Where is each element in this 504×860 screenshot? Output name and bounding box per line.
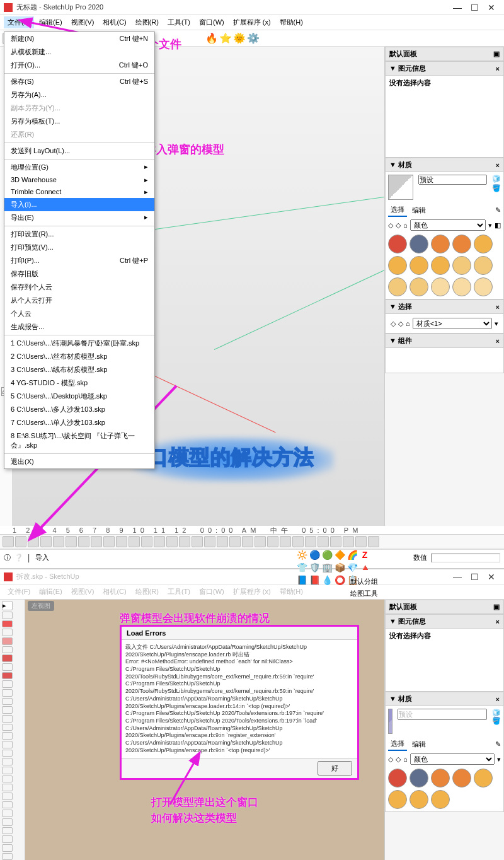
menu-item-geo[interactable]: 地理位置(G)▸	[4, 161, 154, 174]
dropdown-icon[interactable]: ▾	[495, 320, 498, 328]
fwd-icon[interactable]: ◇	[398, 320, 403, 328]
close-panel-icon[interactable]: ×	[496, 337, 500, 345]
create-material-icon[interactable]: 🧊	[492, 175, 501, 183]
scene-tab[interactable]: 左视图	[28, 601, 54, 611]
generic-tool-icon[interactable]	[292, 536, 304, 547]
dropdown-icon[interactable]: ▾	[497, 755, 501, 764]
menu-item-save-cloud[interactable]: 保存到个人云	[4, 281, 154, 294]
color-swatch[interactable]	[410, 769, 428, 787]
color-swatch[interactable]	[452, 277, 471, 296]
color-swatch[interactable]	[474, 235, 493, 253]
menu-help[interactable]: 帮助(H)	[276, 16, 307, 28]
scale-tool-icon[interactable]	[116, 536, 127, 547]
menu-item-recent-2[interactable]: 2 C:\Users\...\丝布材质模型.skp	[4, 350, 154, 363]
paint-tool-icon[interactable]	[166, 536, 178, 547]
menu-edit[interactable]: 编辑(E)	[35, 16, 66, 28]
menu-view[interactable]: 视图(V)	[67, 16, 98, 28]
material-category-select[interactable]: 颜色	[410, 219, 486, 231]
color-swatch[interactable]	[431, 256, 450, 275]
menu-item-recent-7[interactable]: 7 C:\Users\...\单人沙发103.skp	[4, 416, 154, 429]
color-swatch[interactable]	[431, 235, 450, 253]
generic-tool-icon[interactable]	[330, 536, 341, 547]
tab-edit[interactable]: 编辑	[410, 738, 428, 750]
tool-icon[interactable]: 🌈	[346, 550, 358, 561]
tool-icon[interactable]: 🔆	[296, 550, 307, 561]
menu-extensions[interactable]: 扩展程序 (x)	[229, 586, 275, 598]
menu-item-print-setup[interactable]: 打印设置(R)...	[4, 228, 154, 241]
fwd-icon[interactable]: ◇	[396, 755, 401, 764]
color-swatch[interactable]	[410, 235, 428, 253]
menu-file[interactable]: 文件(F)	[4, 586, 34, 598]
tool-icon[interactable]	[2, 758, 13, 765]
create-material-icon[interactable]: 🧊	[492, 709, 501, 716]
gear-icon[interactable]: ⚙️	[247, 32, 260, 44]
tool-icon[interactable]	[2, 835, 13, 843]
back-icon[interactable]: ◇	[391, 320, 396, 328]
menu-extensions[interactable]: 扩展程序 (x)	[229, 16, 275, 28]
orbit-tool-icon[interactable]	[179, 536, 190, 547]
menu-item-recent-3[interactable]: 3 C:\Users\...\绒布材质模型.skp	[4, 363, 154, 376]
menu-item-report[interactable]: 生成报告...	[4, 320, 154, 334]
color-swatch[interactable]	[388, 790, 407, 809]
measurement-input[interactable]	[431, 554, 500, 562]
pan-icon[interactable]	[2, 732, 13, 740]
tool-icon[interactable]	[2, 776, 13, 783]
move-icon[interactable]	[2, 663, 13, 671]
menu-icon[interactable]: ◧	[495, 221, 501, 230]
tool-icon[interactable]	[2, 810, 13, 817]
panel-header-default[interactable]: 默认面板▣	[385, 47, 504, 61]
menu-item-open-cloud[interactable]: 从个人云打开	[4, 294, 154, 307]
tab-select[interactable]: 选择	[388, 204, 407, 217]
text-icon[interactable]	[2, 706, 13, 714]
menu-item-print-preview[interactable]: 打印预览(V)...	[4, 241, 154, 254]
pan-tool-icon[interactable]	[192, 536, 203, 547]
generic-tool-icon[interactable]	[368, 536, 379, 547]
generic-tool-icon[interactable]	[343, 536, 354, 547]
menu-item-recent-8[interactable]: 8 E:\8.SU练习\...\拔长空间 『让子弹飞一会』.skp	[4, 429, 154, 452]
menu-view[interactable]: 视图(V)	[67, 586, 98, 598]
tool-icon[interactable]: ⭕	[334, 575, 345, 586]
sun-icon[interactable]: 🌞	[233, 32, 246, 44]
color-swatch[interactable]	[431, 790, 450, 809]
color-swatch[interactable]	[474, 256, 493, 275]
color-swatch[interactable]	[388, 256, 407, 275]
menu-window[interactable]: 窗口(W)	[195, 586, 228, 598]
panel-header-components[interactable]: ▼ 组件×	[385, 334, 504, 348]
tool-icon[interactable]: 🔶	[334, 550, 345, 561]
arc-tool-icon[interactable]	[40, 536, 52, 547]
material-name-input[interactable]	[398, 709, 487, 720]
back-icon[interactable]: ◇	[388, 221, 393, 230]
minimize-icon[interactable]: —	[453, 572, 462, 582]
menu-item-save[interactable]: 保存(S)Ctrl 键+S	[4, 75, 154, 88]
viewport-2[interactable]: 左视图 弹窗模型会出现软件崩溃的情况 Load Errors 载入文件 C:/U…	[25, 600, 384, 860]
color-swatch[interactable]	[474, 277, 493, 296]
menu-item-save-old[interactable]: 保存旧版	[4, 267, 154, 281]
color-swatch[interactable]	[388, 235, 407, 253]
menu-item-new-from-template[interactable]: 从模板新建...	[4, 45, 154, 59]
eraser-tool-icon[interactable]	[15, 536, 26, 547]
panel-header-materials[interactable]: ▼ 材质×	[385, 158, 504, 172]
push-pull-icon[interactable]	[78, 536, 89, 547]
menu-item-export[interactable]: 导出(E)▸	[4, 211, 154, 224]
select-tool-icon[interactable]: ▸	[2, 601, 13, 610]
generic-tool-icon[interactable]	[267, 536, 278, 547]
material-name-input[interactable]	[418, 175, 487, 185]
menu-item-new[interactable]: 新建(N)Ctrl 键+N	[4, 32, 154, 45]
generic-tool-icon[interactable]	[229, 536, 241, 547]
pencil-icon[interactable]: ✎	[495, 206, 501, 214]
menu-item-cloud[interactable]: 个人云	[4, 307, 154, 320]
tool-icon[interactable]: 💧	[321, 575, 333, 586]
generic-tool-icon[interactable]	[355, 536, 367, 547]
tool-icon[interactable]	[2, 827, 13, 835]
fwd-icon[interactable]: ◇	[396, 221, 401, 230]
menu-item-print[interactable]: 打印(P)...Ctrl 键+P	[4, 254, 154, 267]
panel-header-materials[interactable]: ▼ 材质×	[385, 692, 504, 706]
menu-edit[interactable]: 编辑(E)	[35, 586, 66, 598]
tool-icon[interactable]: 💎	[346, 562, 358, 574]
star-icon[interactable]: ⭐	[219, 32, 232, 44]
text-tool-icon[interactable]	[154, 536, 165, 547]
color-swatch[interactable]	[388, 769, 407, 787]
tool-icon[interactable]	[2, 767, 13, 774]
material-select[interactable]: 材质<1>	[413, 318, 492, 329]
tool-icon[interactable]	[2, 853, 13, 860]
